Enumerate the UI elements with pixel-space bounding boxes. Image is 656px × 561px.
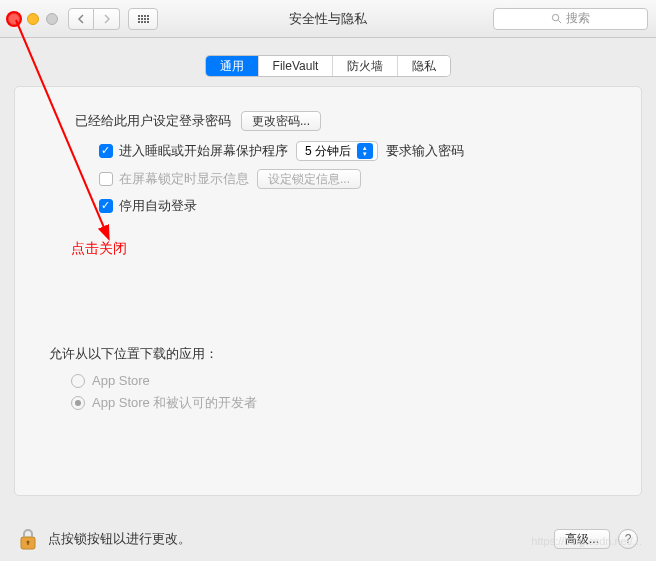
lock-icon[interactable]	[18, 527, 38, 551]
tab-filevault[interactable]: FileVault	[259, 56, 334, 76]
set-lock-message-button: 设定锁定信息...	[257, 169, 361, 189]
tab-bar: 通用 FileVault 防火墙 隐私	[14, 56, 642, 76]
forward-button[interactable]	[94, 8, 120, 30]
show-message-checkbox[interactable]	[99, 172, 113, 186]
sleep-delay-value: 5 分钟后	[305, 143, 351, 160]
radio-appstore	[71, 374, 85, 388]
show-all-button[interactable]	[128, 8, 158, 30]
disable-autologin-checkbox[interactable]	[99, 199, 113, 213]
maximize-window-button[interactable]	[46, 13, 58, 25]
close-window-button[interactable]	[8, 13, 20, 25]
allow-apps-label: 允许从以下位置下载的应用：	[39, 345, 617, 363]
sleep-lock-label-after: 要求输入密码	[386, 142, 464, 160]
window-toolbar: 安全性与隐私 搜索	[0, 0, 656, 38]
allow-apps-radio-group: App Store App Store 和被认可的开发者	[39, 373, 617, 412]
change-password-button[interactable]: 更改密码...	[241, 111, 321, 131]
minimize-window-button[interactable]	[27, 13, 39, 25]
search-icon	[551, 13, 562, 24]
radio-identified-developers	[71, 396, 85, 410]
radio-identified-label: App Store 和被认可的开发者	[92, 394, 257, 412]
general-panel: 已经给此用户设定登录密码 更改密码... 进入睡眠或开始屏幕保护程序 5 分钟后…	[14, 86, 642, 496]
disable-autologin-label: 停用自动登录	[119, 197, 197, 215]
show-message-label: 在屏幕锁定时显示信息	[119, 170, 249, 188]
sleep-lock-label-before: 进入睡眠或开始屏幕保护程序	[119, 142, 288, 160]
window-title: 安全性与隐私	[289, 10, 367, 28]
svg-line-1	[558, 20, 561, 23]
tab-firewall[interactable]: 防火墙	[333, 56, 398, 76]
content-area: 通用 FileVault 防火墙 隐私 已经给此用户设定登录密码 更改密码...…	[0, 38, 656, 496]
password-set-label: 已经给此用户设定登录密码	[75, 112, 231, 130]
annotation-text: 点击关闭	[71, 240, 127, 258]
require-password-checkbox[interactable]	[99, 144, 113, 158]
radio-appstore-label: App Store	[92, 373, 150, 388]
tab-general[interactable]: 通用	[206, 56, 259, 76]
nav-buttons	[68, 8, 120, 30]
search-input[interactable]: 搜索	[493, 8, 648, 30]
tab-privacy[interactable]: 隐私	[398, 56, 450, 76]
select-arrows-icon	[357, 143, 373, 159]
search-placeholder: 搜索	[566, 10, 590, 27]
svg-point-0	[552, 14, 558, 20]
lock-text: 点按锁按钮以进行更改。	[48, 530, 191, 548]
back-button[interactable]	[68, 8, 94, 30]
svg-rect-5	[27, 542, 28, 545]
grid-icon	[138, 15, 149, 23]
traffic-lights	[8, 13, 58, 25]
sleep-delay-select[interactable]: 5 分钟后	[296, 141, 378, 161]
watermark: https://blog.csdn.net/...	[531, 535, 642, 547]
